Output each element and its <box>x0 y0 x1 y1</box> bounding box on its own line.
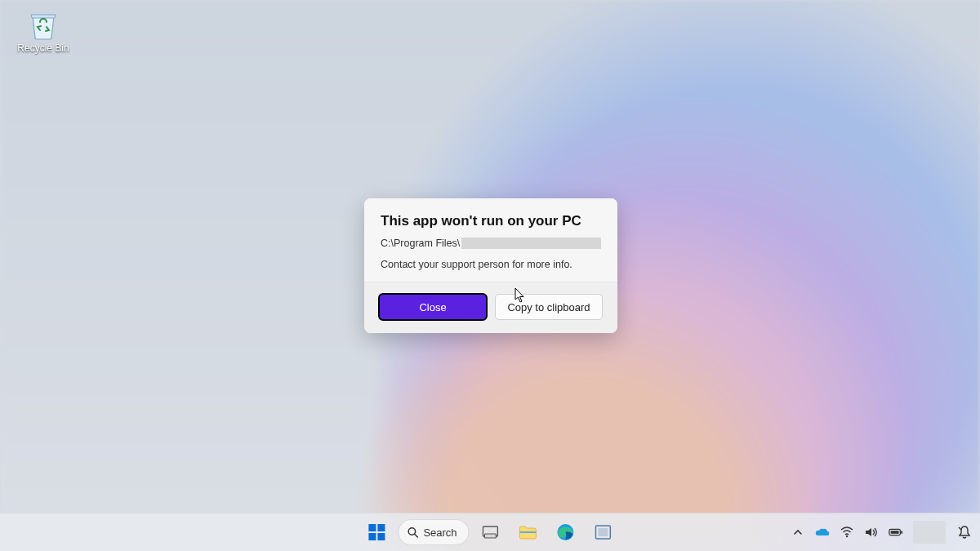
svg-rect-14 <box>901 531 902 534</box>
error-dialog: This app won't run on your PC C:\Program… <box>364 198 617 333</box>
taskbar-system-tray <box>791 513 973 551</box>
file-explorer-icon <box>519 525 537 540</box>
chevron-up-icon <box>793 527 803 537</box>
recycle-bin-desktop-icon[interactable]: Recycle Bin <box>15 8 72 54</box>
recycle-bin-label: Recycle Bin <box>15 42 72 54</box>
wifi-tray-button[interactable] <box>840 525 854 540</box>
close-button[interactable]: Close <box>379 294 487 320</box>
battery-icon <box>889 527 903 537</box>
taskbar-search-label: Search <box>423 527 457 539</box>
taskbar-clock-redacted[interactable] <box>913 521 946 544</box>
svg-rect-11 <box>599 528 608 536</box>
dialog-path-line: C:\Program Files\ <box>381 238 601 249</box>
notifications-button[interactable] <box>956 525 973 540</box>
search-icon <box>407 527 418 538</box>
taskbar: Search <box>0 513 980 551</box>
svg-rect-1 <box>377 524 385 531</box>
svg-rect-2 <box>368 533 376 540</box>
app-window-icon <box>595 525 612 540</box>
task-view-button[interactable] <box>474 516 507 549</box>
wifi-icon <box>840 527 853 538</box>
taskbar-app-button[interactable] <box>587 516 620 549</box>
recycle-bin-icon <box>27 8 60 41</box>
taskbar-center-group: Search <box>360 513 619 551</box>
svg-rect-3 <box>377 533 385 540</box>
edge-icon <box>557 523 575 541</box>
svg-rect-7 <box>485 534 497 538</box>
tray-overflow-button[interactable] <box>791 525 805 540</box>
svg-line-16 <box>959 527 961 530</box>
dialog-path-redacted <box>461 238 601 249</box>
onedrive-tray-button[interactable] <box>815 525 830 540</box>
speaker-icon <box>865 527 878 538</box>
svg-rect-15 <box>891 531 899 534</box>
start-button[interactable] <box>360 516 393 549</box>
dialog-path-prefix: C:\Program Files\ <box>381 238 460 249</box>
svg-rect-8 <box>520 531 537 533</box>
svg-rect-0 <box>368 524 376 531</box>
battery-tray-button[interactable] <box>889 525 903 540</box>
windows-logo-icon <box>368 523 385 541</box>
bell-icon <box>957 525 972 540</box>
onedrive-icon <box>815 527 830 537</box>
dialog-message: Contact your support person for more inf… <box>381 259 601 270</box>
taskbar-search[interactable]: Search <box>398 519 469 545</box>
volume-tray-button[interactable] <box>864 525 879 540</box>
edge-browser-button[interactable] <box>550 516 582 549</box>
file-explorer-button[interactable] <box>512 516 545 549</box>
svg-point-12 <box>846 535 848 537</box>
copy-to-clipboard-button[interactable]: Copy to clipboard <box>495 294 603 320</box>
task-view-icon <box>483 526 499 539</box>
dialog-title: This app won't run on your PC <box>381 213 601 229</box>
dialog-button-row: Close Copy to clipboard <box>364 282 617 333</box>
svg-line-5 <box>415 534 418 537</box>
